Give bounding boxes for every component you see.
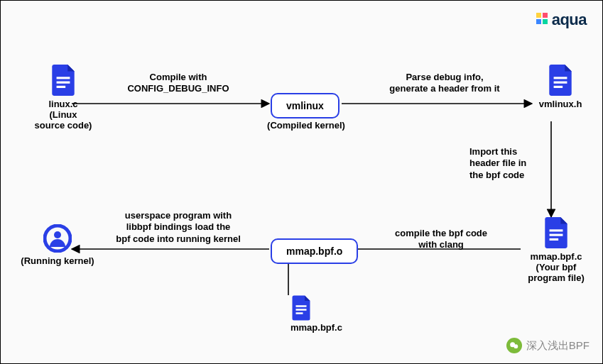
svg-rect-19 bbox=[296, 305, 307, 307]
edge-import-label: Import this header file in the bpf code bbox=[469, 146, 548, 181]
file-icon bbox=[547, 65, 574, 96]
edge-parse-label: Parse debug info, generate a header from… bbox=[370, 72, 519, 95]
svg-rect-15 bbox=[554, 86, 563, 88]
svg-rect-11 bbox=[57, 82, 70, 84]
node-mmap-bpf-c: mmap.bpf.c (Your bpf program file) bbox=[521, 217, 592, 283]
node-mmap-bpf-o: mmap.bpf.o bbox=[271, 238, 358, 264]
svg-rect-13 bbox=[554, 77, 567, 79]
svg-rect-14 bbox=[554, 82, 567, 84]
edge-clang-label: compile the bpf code with clang bbox=[374, 228, 509, 251]
node-linux-c-caption: (Linux source code) bbox=[28, 109, 99, 131]
node-vmlinux-h: vmlinux.h bbox=[532, 65, 589, 109]
svg-rect-10 bbox=[57, 77, 70, 79]
footer-watermark: 深入浅出BPF bbox=[506, 338, 590, 353]
node-vmlinux: vmlinux bbox=[271, 93, 339, 118]
brand-name: aqua bbox=[552, 11, 587, 28]
svg-rect-3 bbox=[543, 19, 548, 24]
node-mmap-bpf-c2-title: mmap.bpf.c bbox=[290, 322, 376, 333]
node-mmap-bpf-c-caption: (Your bpf program file) bbox=[521, 262, 592, 283]
node-running-kernel-title: (Running kernel) bbox=[15, 255, 100, 266]
aqua-logo-icon bbox=[535, 11, 549, 30]
node-vmlinux-title: vmlinux bbox=[286, 100, 324, 111]
svg-rect-1 bbox=[543, 13, 548, 18]
svg-rect-16 bbox=[550, 229, 563, 231]
node-mmap-bpf-c2: mmap.bpf.c bbox=[290, 295, 376, 333]
svg-rect-12 bbox=[57, 86, 66, 88]
node-mmap-bpf-o-title: mmap.bpf.o bbox=[286, 246, 342, 257]
footer-text: 深入浅出BPF bbox=[526, 339, 590, 353]
file-icon bbox=[290, 295, 312, 321]
svg-rect-20 bbox=[296, 309, 307, 311]
wechat-icon bbox=[506, 338, 522, 353]
node-vmlinux-caption: (Compiled kernel) bbox=[264, 120, 349, 131]
edge-compile-label: Compile with CONFIG_DEBUG_INFO bbox=[107, 72, 249, 95]
node-vmlinux-caption-wrap: (Compiled kernel) bbox=[264, 120, 349, 131]
node-vmlinux-h-title: vmlinux.h bbox=[532, 99, 589, 109]
svg-rect-17 bbox=[550, 234, 563, 236]
user-circle-icon bbox=[43, 224, 72, 253]
node-running-kernel: (Running kernel) bbox=[15, 224, 100, 266]
file-icon bbox=[50, 65, 77, 96]
file-icon bbox=[543, 217, 570, 248]
edge-load-label: userspace program with libbpf bindings l… bbox=[97, 210, 260, 245]
svg-point-23 bbox=[54, 231, 61, 238]
brand-logo: aqua bbox=[535, 11, 587, 30]
node-linux-c-title: linux.c bbox=[28, 99, 99, 109]
svg-rect-0 bbox=[536, 13, 541, 18]
svg-rect-2 bbox=[536, 19, 541, 24]
node-mmap-bpf-c-title: mmap.bpf.c bbox=[521, 251, 592, 262]
svg-rect-21 bbox=[296, 312, 303, 314]
svg-point-25 bbox=[514, 344, 518, 348]
svg-rect-18 bbox=[550, 238, 559, 241]
node-linux-c: linux.c (Linux source code) bbox=[28, 65, 99, 131]
